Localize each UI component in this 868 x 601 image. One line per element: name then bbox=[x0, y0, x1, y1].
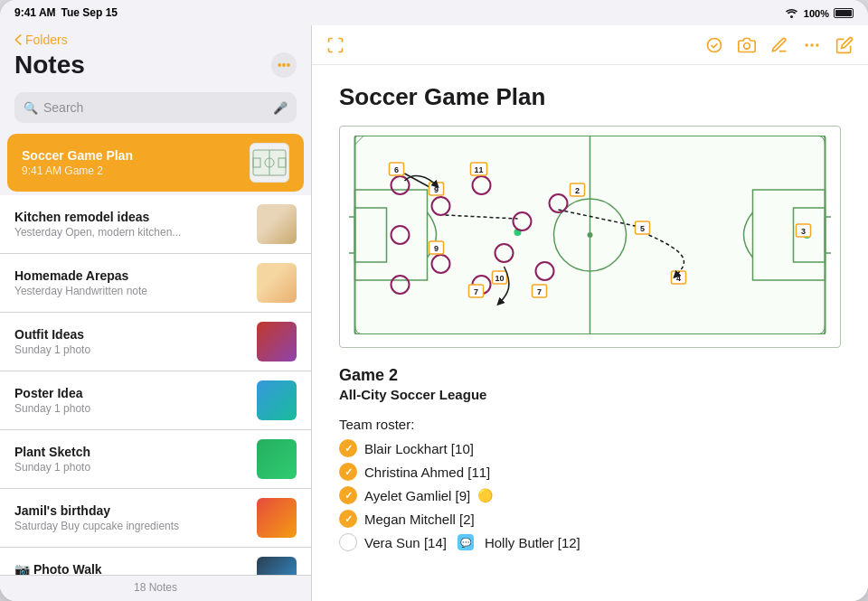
status-left: 9:41 AM Tue Sep 15 bbox=[14, 6, 118, 19]
note-title-outfit: Outfit Ideas bbox=[14, 327, 248, 342]
roster-item-2: ✓ Christina Ahmed [11] bbox=[339, 463, 841, 481]
check-circle-1: ✓ bbox=[339, 439, 357, 457]
svg-point-6 bbox=[708, 38, 722, 52]
mic-icon[interactable]: 🎤 bbox=[273, 101, 288, 115]
search-input[interactable] bbox=[43, 100, 268, 115]
game-info: Game 2 All-City Soccer League bbox=[339, 366, 841, 402]
note-content-poster: Poster Idea Sunday 1 photo bbox=[14, 386, 248, 415]
note-content-kitchen: Kitchen remodel ideas Yesterday Open, mo… bbox=[14, 210, 248, 239]
sidebar-header: Folders Notes ••• bbox=[0, 25, 311, 85]
message-icon: 💬 bbox=[458, 534, 474, 550]
note-title-poster: Poster Idea bbox=[14, 386, 248, 400]
note-main-title: Soccer Game Plan bbox=[339, 83, 841, 111]
note-thumb-kitchen bbox=[257, 204, 297, 244]
sidebar-more-button[interactable]: ••• bbox=[271, 52, 297, 78]
sidebar-title-row: Notes ••• bbox=[14, 51, 297, 80]
note-title-arepa: Homemade Arepas bbox=[14, 268, 248, 283]
note-thumb-outfit bbox=[257, 322, 297, 362]
roster-label: Team roster: bbox=[339, 417, 841, 432]
note-meta-arepa: Yesterday Handwritten note bbox=[14, 285, 248, 297]
note-item-arepa[interactable]: Homemade Arepas Yesterday Handwritten no… bbox=[0, 254, 311, 313]
note-meta-outfit: Sunday 1 photo bbox=[14, 343, 248, 356]
expand-icon[interactable] bbox=[326, 36, 344, 54]
soccer-field: 6 9 9 11 2 bbox=[339, 126, 841, 348]
player-name-5: Vera Sun [14] bbox=[364, 535, 447, 550]
compose-icon[interactable] bbox=[835, 36, 854, 54]
folders-back-button[interactable]: Folders bbox=[14, 33, 297, 47]
checkmark-icon-4: ✓ bbox=[344, 513, 353, 525]
toolbar-left bbox=[326, 36, 344, 54]
sidebar-footer: 18 Notes bbox=[0, 575, 311, 601]
note-thumb-soccer bbox=[250, 143, 289, 183]
detail-pane: Soccer Game Plan bbox=[312, 25, 868, 601]
checkmark-icon-1: ✓ bbox=[344, 443, 353, 455]
note-meta-birthday: Saturday Buy cupcake ingredients bbox=[14, 520, 248, 532]
svg-text:9: 9 bbox=[434, 244, 439, 253]
svg-text:7: 7 bbox=[537, 287, 542, 296]
main-area: Folders Notes ••• 🔍 🎤 bbox=[0, 25, 868, 601]
field-svg: 6 9 9 11 2 bbox=[349, 136, 831, 334]
note-content-arepa: Homemade Arepas Yesterday Handwritten no… bbox=[14, 268, 248, 297]
note-item-soccer[interactable]: Soccer Game Plan 9:41 AM Game 2 bbox=[7, 134, 304, 192]
camera-icon[interactable] bbox=[738, 36, 756, 54]
notes-list: Soccer Game Plan 9:41 AM Game 2 bbox=[0, 130, 311, 575]
svg-text:9: 9 bbox=[434, 185, 439, 194]
note-content-photowalk: 📷 Photo Walk Saturday Came across this b… bbox=[14, 562, 248, 575]
note-meta-poster: Sunday 1 photo bbox=[14, 402, 248, 415]
ellipsis-icon: ••• bbox=[278, 58, 291, 72]
svg-text:2: 2 bbox=[575, 186, 580, 195]
note-item-birthday[interactable]: Jamil's birthday Saturday Buy cupcake in… bbox=[0, 489, 311, 548]
chevron-left-icon bbox=[14, 34, 22, 45]
note-content-soccer: Soccer Game Plan 9:41 AM Game 2 bbox=[22, 148, 241, 177]
note-meta-kitchen: Yesterday Open, modern kitchen... bbox=[14, 226, 248, 239]
note-thumb-plant bbox=[257, 439, 297, 479]
note-title-plant: Plant Sketch bbox=[14, 445, 248, 459]
svg-point-8 bbox=[806, 43, 808, 46]
folders-back-label: Folders bbox=[25, 33, 68, 47]
note-content-outfit: Outfit Ideas Sunday 1 photo bbox=[14, 327, 248, 356]
more-icon[interactable] bbox=[803, 36, 821, 54]
player-name-3: Ayelet Gamliel [9] bbox=[364, 488, 470, 503]
roster-item-5: Vera Sun [14] 💬 Holly Butler [12] bbox=[339, 533, 841, 551]
note-item-kitchen[interactable]: Kitchen remodel ideas Yesterday Open, mo… bbox=[0, 195, 311, 254]
svg-point-0 bbox=[790, 15, 793, 18]
checkmark-circle-icon[interactable] bbox=[705, 36, 723, 54]
note-item-photowalk[interactable]: 📷 Photo Walk Saturday Came across this b… bbox=[0, 548, 311, 575]
player-emoji-3: 🟡 bbox=[477, 488, 493, 502]
roster-item-4: ✓ Megan Mitchell [2] bbox=[339, 510, 841, 528]
status-battery: 100% bbox=[804, 7, 854, 19]
wifi-icon bbox=[785, 8, 798, 18]
note-title-kitchen: Kitchen remodel ideas bbox=[14, 210, 248, 224]
search-bar[interactable]: 🔍 🎤 bbox=[14, 92, 297, 123]
check-circle-4: ✓ bbox=[339, 510, 357, 528]
svg-text:4: 4 bbox=[676, 274, 681, 283]
check-circle-3: ✓ bbox=[339, 486, 357, 504]
note-content-plant: Plant Sketch Sunday 1 photo bbox=[14, 445, 248, 474]
note-title-birthday: Jamil's birthday bbox=[14, 503, 248, 518]
roster-item-3: ✓ Ayelet Gamliel [9] 🟡 bbox=[339, 486, 841, 504]
svg-text:10: 10 bbox=[495, 274, 504, 283]
roster-item-1: ✓ Blair Lockhart [10] bbox=[339, 439, 841, 457]
note-item-outfit[interactable]: Outfit Ideas Sunday 1 photo bbox=[0, 313, 311, 371]
note-item-poster[interactable]: Poster Idea Sunday 1 photo bbox=[0, 371, 311, 430]
note-meta-plant: Sunday 1 photo bbox=[14, 461, 248, 474]
game-subtitle: All-City Soccer League bbox=[339, 387, 841, 402]
pen-icon[interactable] bbox=[770, 36, 788, 54]
status-date: Tue Sep 15 bbox=[61, 6, 118, 19]
detail-toolbar bbox=[312, 25, 868, 65]
check-circle-2: ✓ bbox=[339, 463, 357, 481]
status-bar: 9:41 AM Tue Sep 15 100% bbox=[0, 0, 868, 25]
note-title-photowalk: 📷 Photo Walk bbox=[14, 562, 248, 575]
sidebar-title: Notes bbox=[14, 51, 85, 80]
svg-text:7: 7 bbox=[474, 287, 478, 296]
checkmark-icon-2: ✓ bbox=[344, 466, 353, 478]
svg-point-7 bbox=[744, 42, 750, 49]
note-thumb-birthday bbox=[257, 498, 297, 538]
player-name-2: Christina Ahmed [11] bbox=[364, 465, 490, 480]
note-item-plant[interactable]: Plant Sketch Sunday 1 photo bbox=[0, 430, 311, 489]
game-title: Game 2 bbox=[339, 366, 841, 385]
note-thumb-poster bbox=[257, 380, 297, 420]
status-time: 9:41 AM bbox=[14, 6, 56, 19]
note-meta-soccer: 9:41 AM Game 2 bbox=[22, 164, 241, 177]
svg-point-10 bbox=[816, 43, 818, 46]
